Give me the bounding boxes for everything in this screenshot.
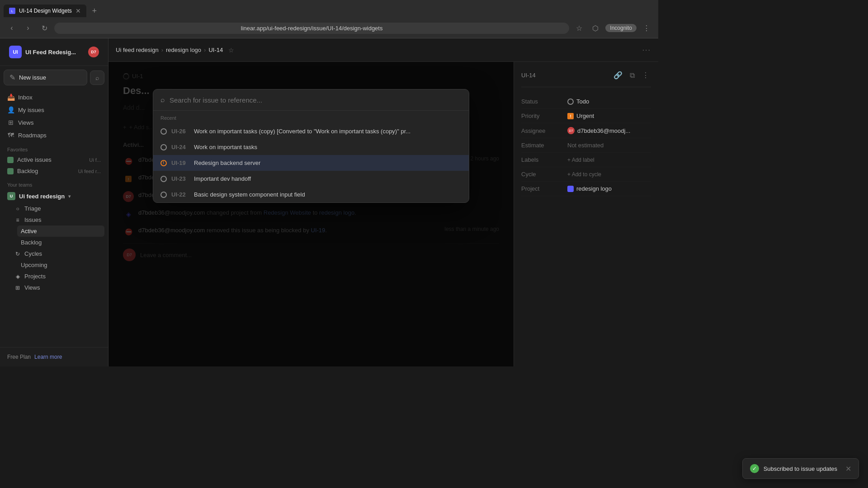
- priority-value[interactable]: ! Urgent: [567, 113, 651, 119]
- url-bar[interactable]: linear.app/ui-feed-redesign/issue/UI-14/…: [54, 23, 569, 34]
- sidebar-actions: ✎ New issue ⌕: [0, 66, 108, 89]
- status-text: Todo: [576, 98, 589, 105]
- sidebar-item-inbox[interactable]: 📥 Inbox: [4, 91, 104, 103]
- url-text: linear.app/ui-feed-redesign/issue/UI-14/…: [241, 25, 383, 32]
- search-input-field[interactable]: [170, 96, 462, 104]
- sidebar-item-backlog[interactable]: Backlog: [17, 237, 104, 248]
- sidebar-item-triage[interactable]: ○ Triage: [11, 203, 104, 214]
- fav-label-backlog: Backlog: [17, 168, 74, 174]
- labels-add-button[interactable]: + Add label: [567, 157, 651, 163]
- bookmark-button[interactable]: ☆: [573, 22, 585, 34]
- fav-icon-backlog: [7, 168, 14, 174]
- status-value[interactable]: Todo: [567, 98, 651, 105]
- sidebar-bottom: Free Plan Learn more: [0, 347, 108, 366]
- forward-button[interactable]: ›: [22, 22, 34, 34]
- project-row: Project redesign logo: [521, 182, 651, 196]
- team-icon: U: [7, 192, 15, 200]
- recent-section-label: Recent: [153, 111, 469, 123]
- search-result-ui22[interactable]: UI-22 Basic design system component inpu…: [153, 187, 469, 202]
- estimate-value[interactable]: Not estimated: [567, 142, 651, 149]
- assignee-value[interactable]: D7 d7bdeb36@moodj...: [567, 127, 651, 134]
- search-result-ui23[interactable]: UI-23 Important dev handoff: [153, 171, 469, 187]
- new-tab-button[interactable]: +: [88, 5, 101, 17]
- sidebar-item-views[interactable]: ⊞ Views: [4, 116, 104, 129]
- backlog-label: Backlog: [21, 239, 42, 246]
- breadcrumb-sep-2: ›: [204, 47, 206, 53]
- search-title-ui23: Important dev handoff: [194, 175, 462, 182]
- sidebar-item-projects[interactable]: ◈ Projects: [11, 271, 104, 282]
- free-plan-label: Free Plan: [7, 354, 31, 360]
- sidebar-workspace-header: UI UI Feed Redesig... D7: [0, 38, 108, 66]
- more-sidebar-button[interactable]: ⋮: [640, 69, 651, 81]
- main-content: Ui feed redesign › redesign logo › UI-14…: [108, 38, 658, 366]
- sidebar-item-roadmaps[interactable]: 🗺 Roadmaps: [4, 129, 104, 141]
- favorite-backlog[interactable]: Backlog Ui feed r...: [4, 165, 104, 177]
- sidebar-item-upcoming[interactable]: Upcoming: [17, 259, 104, 271]
- triage-icon: ○: [14, 206, 21, 212]
- sidebar-item-active[interactable]: Active: [17, 225, 104, 237]
- active-tab[interactable]: L UI-14 Design Widgets ✕: [4, 5, 86, 17]
- breadcrumb: Ui feed redesign › redesign logo › UI-14: [116, 47, 223, 53]
- assignee-avatar: D7: [567, 127, 575, 134]
- labels-label: Labels: [521, 156, 562, 163]
- views-team-icon: ⊞: [14, 285, 21, 291]
- add-label-button[interactable]: + Add label: [567, 157, 594, 163]
- search-status-icon-ui24: [160, 144, 167, 150]
- projects-label: Projects: [24, 273, 46, 280]
- new-issue-icon: ✎: [9, 73, 15, 82]
- tab-label: UI-14 Design Widgets: [19, 8, 72, 14]
- sidebar-item-my-issues[interactable]: 👤 My issues: [4, 103, 104, 116]
- priority-text: Urgent: [576, 113, 594, 119]
- labels-row: Labels + Add label: [521, 153, 651, 167]
- cycles-icon: ↻: [14, 251, 21, 257]
- browser-menu-button[interactable]: ⋮: [640, 22, 653, 34]
- issues-label: Issues: [24, 216, 42, 223]
- search-icon: ⌕: [95, 74, 99, 81]
- browser-extensions-button[interactable]: ⬡: [589, 22, 602, 34]
- project-value[interactable]: redesign logo: [567, 185, 651, 192]
- sidebar-item-cycles[interactable]: ↻ Cycles: [11, 248, 104, 259]
- search-result-ui24[interactable]: UI-24 Work on important tasks: [153, 139, 469, 155]
- assignee-label: Assignee: [521, 127, 562, 134]
- refresh-button[interactable]: ↻: [38, 22, 51, 34]
- your-teams-section-label: Your teams: [4, 177, 104, 189]
- new-issue-button[interactable]: ✎ New issue: [4, 70, 87, 85]
- learn-more-link[interactable]: Learn more: [34, 354, 62, 360]
- fav-sub-backlog: Ui feed r...: [78, 169, 101, 174]
- sidebar-item-issues[interactable]: ≡ Issues: [11, 214, 104, 225]
- search-result-ui26[interactable]: UI-26 Work on important tasks (copy) [Co…: [153, 123, 469, 139]
- issue-area: UI-1 Des... Add d... + + Add s... Activi…: [108, 62, 658, 366]
- search-modal-icon: ⌕: [160, 96, 165, 104]
- add-cycle-button[interactable]: + Add to cycle: [567, 171, 601, 178]
- cycle-label: Cycle: [521, 171, 562, 178]
- copy-button[interactable]: ⧉: [628, 70, 637, 81]
- link-button[interactable]: 🔗: [612, 69, 624, 81]
- search-result-ui19[interactable]: UI-19 Redesign backend server: [153, 155, 469, 171]
- cycles-label: Cycles: [24, 250, 42, 257]
- star-button[interactable]: ☆: [228, 47, 234, 54]
- workspace-name: UI Feed Redesig...: [25, 49, 85, 56]
- search-status-icon-ui19-urgent: [160, 160, 167, 166]
- back-button[interactable]: ‹: [5, 22, 18, 34]
- team-header[interactable]: U Ui feed redesign ▾: [4, 189, 104, 203]
- app: UI UI Feed Redesig... D7 ✎ New issue ⌕ 📥…: [0, 38, 658, 366]
- breadcrumb-workspace[interactable]: Ui feed redesign: [116, 47, 159, 53]
- favorites-section-label: Favorites: [4, 141, 104, 154]
- free-plan-section: Free Plan Learn more: [4, 351, 104, 363]
- more-options-button[interactable]: ···: [642, 46, 651, 54]
- workspace-selector[interactable]: UI UI Feed Redesig... D7: [5, 43, 103, 61]
- roadmaps-icon: 🗺: [7, 131, 14, 139]
- search-status-icon-ui22: [160, 192, 167, 198]
- search-button[interactable]: ⌕: [90, 70, 104, 85]
- breadcrumb-project[interactable]: redesign logo: [166, 47, 201, 53]
- team-subnav: ○ Triage ≡ Issues Active Backlog ↻: [4, 203, 104, 293]
- new-issue-label: New issue: [19, 74, 46, 81]
- favorite-active-issues[interactable]: Active issues Ui f...: [4, 154, 104, 165]
- search-status-icon-ui26: [160, 128, 167, 135]
- cycle-add-button[interactable]: + Add to cycle: [567, 171, 651, 178]
- search-title-ui22: Basic design system component input fiel…: [194, 191, 462, 198]
- tab-close-button[interactable]: ✕: [75, 7, 81, 14]
- project-label: Project: [521, 185, 562, 192]
- sidebar-item-views-team[interactable]: ⊞ Views: [11, 282, 104, 293]
- tab-favicon: L: [9, 8, 15, 14]
